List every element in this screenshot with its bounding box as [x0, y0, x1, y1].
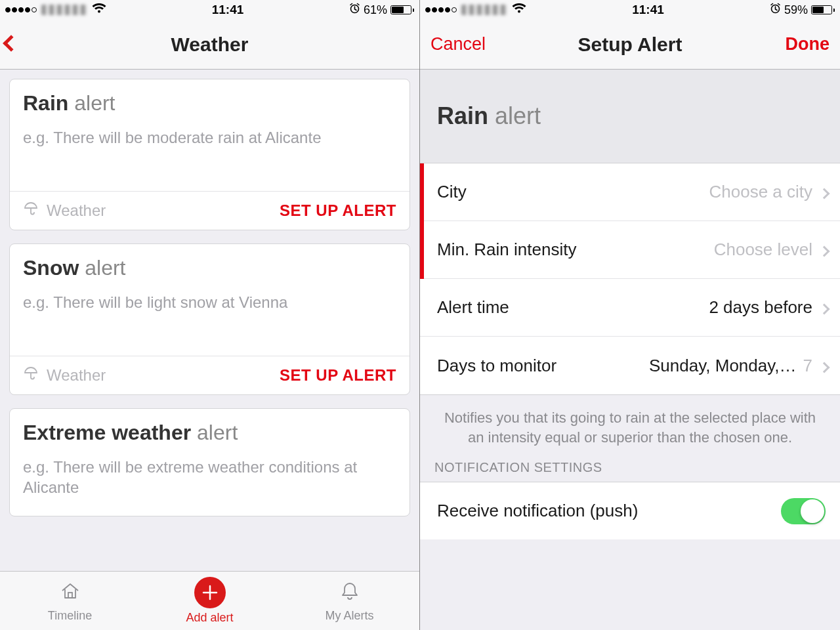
setup-alert-screen: 11:41 59% Cancel Setup Alert Done Rain a…: [420, 0, 840, 630]
tab-timeline[interactable]: Timeline: [0, 572, 140, 630]
alarm-icon: [770, 3, 781, 17]
chevron-left-icon: [3, 35, 19, 51]
done-button[interactable]: Done: [786, 34, 830, 54]
row-intensity[interactable]: Min. Rain intensity Choose level: [420, 221, 840, 279]
card-category: Weather: [23, 201, 106, 220]
alarm-icon: [349, 3, 360, 17]
push-toggle[interactable]: [781, 498, 826, 524]
tab-label: My Alerts: [325, 609, 373, 623]
card-category: Weather: [23, 366, 106, 385]
page-title: Setup Alert: [578, 33, 682, 56]
carrier-label: [461, 5, 507, 15]
row-alert-time[interactable]: Alert time 2 days before: [420, 279, 840, 337]
row-push-notification: Receive notification (push): [420, 482, 840, 539]
umbrella-icon: [23, 366, 39, 385]
card-title: Snow alert: [23, 256, 396, 280]
bell-icon: [338, 579, 362, 606]
battery-icon: [390, 5, 414, 14]
section-header: NOTIFICATION SETTINGS: [420, 460, 840, 482]
card-title: Extreme weather alert: [23, 421, 396, 445]
setup-alert-button[interactable]: SET UP ALERT: [280, 366, 396, 385]
weather-alerts-screen: 11:41 61% Weather Rain alert e.g. There …: [0, 0, 420, 630]
chevron-right-icon: [820, 356, 828, 376]
required-indicator: [420, 163, 424, 279]
card-example: e.g. There will be light snow at Vienna: [23, 292, 396, 312]
signal-dots-icon: [425, 7, 457, 12]
back-button[interactable]: [5, 37, 17, 52]
chevron-right-icon: [820, 182, 828, 202]
page-title: Weather: [171, 33, 249, 56]
setup-alert-button[interactable]: SET UP ALERT: [280, 201, 396, 220]
row-city[interactable]: City Choose a city: [420, 163, 840, 221]
battery-pct: 59%: [784, 3, 808, 17]
battery-icon: [811, 5, 835, 14]
wifi-icon: [92, 3, 106, 17]
alert-card-list[interactable]: Rain alert e.g. There will be moderate r…: [0, 70, 419, 571]
tab-label: Timeline: [48, 609, 92, 623]
status-bar: 11:41 59%: [420, 0, 840, 20]
card-example: e.g. There will be extreme weather condi…: [23, 457, 396, 497]
cancel-button[interactable]: Cancel: [430, 34, 486, 54]
plus-circle-icon: [194, 577, 226, 608]
tab-bar: Timeline Add alert My Alerts: [0, 571, 419, 630]
wifi-icon: [512, 3, 526, 17]
card-example: e.g. There will be moderate rain at Alic…: [23, 127, 396, 148]
home-icon: [58, 579, 82, 606]
status-time: 11:41: [106, 3, 349, 17]
status-time: 11:41: [526, 3, 770, 17]
tab-my-alerts[interactable]: My Alerts: [280, 572, 419, 630]
nav-bar: Cancel Setup Alert Done: [420, 20, 840, 70]
alert-header: Rain alert: [420, 70, 840, 163]
nav-bar: Weather: [0, 20, 419, 70]
alert-card-extreme[interactable]: Extreme weather alert e.g. There will be…: [9, 408, 410, 516]
alert-card-rain[interactable]: Rain alert e.g. There will be moderate r…: [9, 79, 410, 230]
card-title: Rain alert: [23, 91, 396, 116]
config-rows: City Choose a city Min. Rain intensity C…: [420, 163, 840, 395]
push-label: Receive notification (push): [437, 501, 638, 521]
tab-label: Add alert: [186, 611, 233, 625]
svg-rect-1: [68, 593, 72, 598]
chevron-right-icon: [820, 240, 828, 260]
status-bar: 11:41 61%: [0, 0, 419, 20]
alert-card-snow[interactable]: Snow alert e.g. There will be light snow…: [9, 243, 410, 395]
chevron-right-icon: [820, 297, 828, 318]
carrier-label: [41, 5, 87, 15]
battery-pct: 61%: [364, 3, 387, 17]
alert-description: Notifies you that its going to rain at t…: [420, 395, 840, 460]
signal-dots-icon: [5, 7, 37, 12]
umbrella-icon: [23, 201, 39, 220]
tab-add-alert[interactable]: Add alert: [140, 572, 280, 630]
row-days[interactable]: Days to monitor Sunday, Monday,… 7: [420, 337, 840, 394]
